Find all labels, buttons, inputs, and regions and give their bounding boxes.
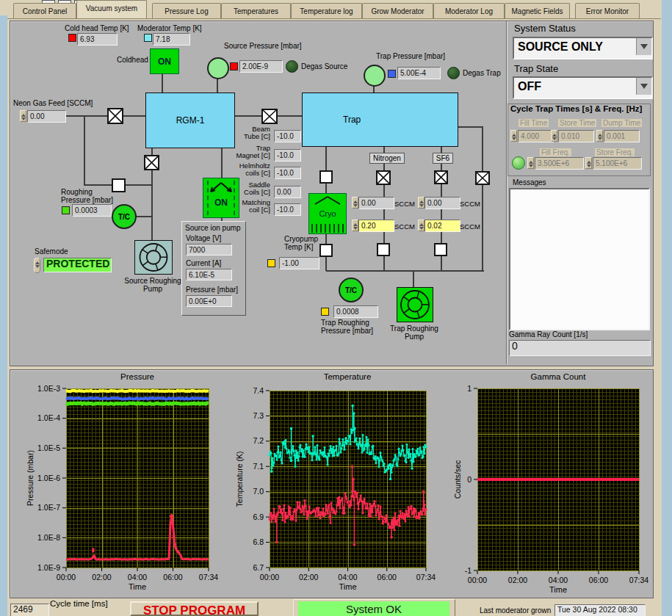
roughing-pressure-indicator [62,206,70,214]
tab-moderator-log[interactable]: Moderator Log [433,3,505,18]
trap-state-dropdown-arrow[interactable] [636,78,651,95]
stop-program-button[interactable]: STOP PROGRAM [130,601,259,616]
n2-setpoint-value[interactable]: 0.20 [358,220,394,232]
trap-vent-valve[interactable] [475,171,490,185]
store-freq-value[interactable]: 5.100E+6 [593,157,642,170]
sf6-flow-units: SCCM [460,200,480,208]
sf6-valve[interactable] [434,170,448,184]
system-status-dropdown-arrow[interactable] [636,38,651,55]
cryo-inlet-valve[interactable] [319,170,333,184]
cold-head-indicator [68,34,76,42]
system-status-dropdown[interactable]: SOURCE ONLY [513,37,653,59]
sf6-setpoint-value[interactable]: 0.02 [424,220,460,232]
trap-state-dropdown[interactable]: OFF [513,76,653,99]
ion-voltage-value: 7000 [186,244,232,256]
gamma-chart: 10-100:0002:0004:0006:0007:34Gamma Count… [437,369,652,598]
messages-label: Messages [513,178,546,186]
dump-time-stepper[interactable] [596,130,603,142]
roughing-pressure-label: Roughing Pressure [mbar] [61,188,113,204]
cold-head-temp-label: Cold head Temp [K] [65,24,129,32]
messages-box[interactable] [509,188,650,330]
tab-temperatures[interactable]: Temperatures [221,3,291,18]
store-freq-stepper[interactable] [585,157,592,169]
sf6-flow-stepper[interactable] [418,197,424,209]
trap-state-label: Trap State [514,65,558,73]
degas-source-led[interactable] [286,60,298,73]
svg-text:07:34: 07:34 [416,573,436,581]
cryo-outlet-valve[interactable] [319,244,333,257]
trap-roughing-pump[interactable] [397,287,433,322]
svg-text:07:34: 07:34 [629,576,648,584]
moderator-temp-label: Moderator Temp [K] [137,24,202,32]
degas-trap-led[interactable] [447,67,460,79]
pipe [62,115,145,117]
svg-text:1.0E-9: 1.0E-9 [37,563,60,572]
ion-pump-on-button[interactable]: ON [203,178,239,218]
svg-text:07:34: 07:34 [199,573,218,581]
trap-state-value: OFF [518,80,541,93]
neon-feed-stepper[interactable] [20,110,26,122]
neon-inlet-valve[interactable] [107,108,123,124]
svg-text:00:00: 00:00 [57,573,76,581]
svg-text:6.8: 6.8 [253,537,264,546]
svg-text:1.0E-3: 1.0E-3 [37,384,60,393]
cryo-pump[interactable]: Cryo [308,193,347,234]
ion-current-label: Current [A] [186,259,221,267]
nitrogen-roughing-valve[interactable] [377,243,390,256]
ion-pressure-value: 0.00E+0 [186,295,232,307]
source-roughing-pump-label: Source Roughing Pump [123,277,182,293]
safemode-stepper[interactable] [34,258,40,273]
safemode-value[interactable]: PROTECTED [43,258,112,272]
svg-text:00:00: 00:00 [468,576,487,584]
pipe [217,77,218,94]
trap-box: Trap [302,93,458,147]
tab-magnetic-fields[interactable]: Magnetic Fields [505,3,570,18]
beam-tube-label: Beam Tube [C] [226,126,270,140]
neon-feed-value[interactable]: 0.00 [27,110,66,123]
fill-time-stepper[interactable] [510,130,517,142]
store-time-stepper[interactable] [551,130,557,142]
trap-thermocouple-gauge: T/C [339,278,364,302]
store-time-value[interactable]: 0.010 [558,130,594,142]
dump-time-value[interactable]: 0.001 [604,130,640,142]
svg-text:02:00: 02:00 [508,576,527,584]
svg-text:7.4: 7.4 [253,386,264,395]
desktop-strip-left [0,15,7,616]
trap-magnet-label: Trap Magnet [C] [226,145,270,159]
svg-text:Gamma Count: Gamma Count [531,372,587,381]
svg-text:Time: Time [549,585,567,594]
svg-text:Time: Time [129,582,146,591]
last-grown-value: Tue 30 Aug 2022 08:30 [554,604,646,616]
tab-control-panel[interactable]: Control Panel [13,3,76,18]
fill-freq-value[interactable]: 3.500E+6 [535,157,584,170]
svg-text:-1: -1 [465,566,472,575]
tab-pressure-log[interactable]: Pressure Log [152,3,221,18]
coldhead-on-button[interactable]: ON [150,48,179,74]
rgm1-label: RGM-1 [176,115,205,126]
tab-temperature-log[interactable]: Temperature log [291,3,362,18]
tabstrip-edge [7,18,661,19]
store-freq-label: Store Freq. [595,148,635,156]
source-roughing-valve[interactable] [144,155,159,170]
fill-time-value[interactable]: 4.000 [518,130,554,142]
tab-vacuum-system[interactable]: Vacuum system [76,0,147,18]
tab-error-monitor[interactable]: Error Monitor [575,3,640,18]
system-status-label: System Status [514,24,576,32]
svg-text:1.0E-6: 1.0E-6 [37,474,60,482]
gate-valve[interactable] [261,109,278,124]
last-grown-label: Last moderator grown [480,606,551,615]
source-pressure-indicator [230,62,238,70]
svg-text:Pressure: Pressure [120,372,154,381]
source-roughing-pump[interactable] [134,240,173,275]
cycle-trap-title: Cycle Trap Times [s] & Freq. [Hz] [510,105,642,113]
sf6-roughing-valve[interactable] [434,243,447,256]
tab-grow-moderator[interactable]: Grow Moderator [362,3,433,18]
trap-pressure-indicator [388,70,396,78]
fill-freq-stepper[interactable] [527,157,534,169]
n2-flow-stepper[interactable] [352,197,358,209]
sf6-setpoint-stepper[interactable] [418,220,424,231]
bypass-valve[interactable] [112,178,126,192]
nitrogen-valve[interactable] [376,170,391,185]
svg-text:6.7: 6.7 [253,563,264,572]
n2-setpoint-stepper[interactable] [352,220,358,231]
